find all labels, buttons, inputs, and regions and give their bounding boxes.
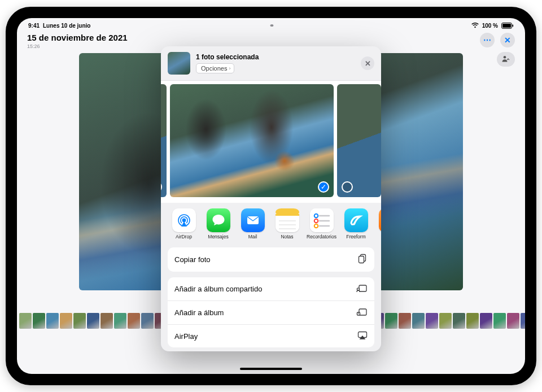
share-app-mail[interactable]: Mail [238, 208, 268, 239]
share-app-notas[interactable]: Notas [272, 208, 302, 239]
close-icon: ✕ [504, 36, 511, 45]
svg-rect-24 [359, 285, 366, 291]
share-sheet-title: 1 foto seleccionada [196, 53, 259, 61]
person-icon [502, 55, 510, 64]
thumbnail[interactable] [399, 313, 411, 329]
ipad-frame: 9:41 Lunes 10 de junio ••• 100 % 15 de n… [6, 7, 536, 385]
share-action-add-album[interactable]: Añadir a álbum [168, 300, 374, 324]
airdrop-icon [172, 208, 196, 232]
share-app-recordatorios[interactable]: Recordatorios [307, 208, 336, 239]
thumbnail[interactable] [46, 313, 59, 329]
airplay-icon [357, 331, 368, 341]
share-app-label: Mensajes [208, 234, 228, 239]
thumbnail[interactable] [33, 313, 45, 329]
svg-point-25 [357, 288, 359, 290]
share-preview-next[interactable] [337, 84, 381, 197]
svg-rect-1 [502, 24, 511, 28]
notas-icon [276, 208, 299, 232]
share-action-airplay[interactable]: AirPlay [168, 324, 374, 347]
thumbnail[interactable] [60, 313, 72, 329]
share-action-label: Añadir a álbum [174, 308, 224, 317]
share-app-label: Recordatorios [307, 234, 336, 239]
ellipsis-icon: ⋯ [483, 36, 491, 45]
share-app-freeform[interactable]: Freeform [341, 208, 371, 239]
thumbnail[interactable] [73, 313, 86, 329]
share-action-group: Añadir a álbum compartidoAñadir a álbumA… [168, 277, 374, 347]
thumbnail[interactable] [141, 313, 154, 329]
share-app-label: Notas [281, 234, 293, 239]
more-icon [379, 208, 382, 232]
thumbnail[interactable] [480, 313, 492, 329]
share-action-label: Copiar foto [174, 255, 211, 264]
status-time: 9:41 [28, 23, 40, 29]
share-app-mensajes[interactable]: Mensajes [203, 208, 233, 239]
checkmark-icon: ✓ [321, 183, 326, 191]
share-app-label: AirDrop [176, 234, 192, 239]
share-action-copy-photo[interactable]: Copiar foto [168, 247, 374, 272]
doc-on-doc-icon [357, 254, 368, 265]
thumbnail[interactable] [493, 313, 506, 329]
mail-icon [241, 208, 265, 232]
share-preview-selected[interactable]: ✓ [170, 84, 334, 197]
thumbnail[interactable] [114, 313, 126, 329]
share-action-label: AirPlay [174, 332, 198, 341]
close-photo-button[interactable]: ✕ [500, 33, 515, 47]
svg-rect-2 [513, 24, 514, 27]
thumbnail[interactable] [385, 313, 397, 329]
selection-toggle[interactable] [161, 181, 162, 193]
shared-album-icon [356, 284, 368, 294]
freeform-icon [344, 208, 368, 232]
mensajes-icon [207, 208, 230, 232]
chevron-right-icon: › [229, 66, 230, 71]
home-indicator[interactable] [240, 368, 302, 370]
thumbnail[interactable] [100, 313, 113, 329]
share-sheet-thumbnail [168, 52, 190, 75]
share-app-label: Freeform [346, 234, 365, 239]
battery-pct: 100 % [482, 23, 498, 29]
svg-point-3 [504, 55, 506, 58]
thumbnail[interactable] [426, 313, 438, 329]
share-sheet: 1 foto seleccionada Opciones › ✕ ✓ [161, 46, 381, 351]
share-sheet-close-button[interactable]: ✕ [361, 56, 374, 70]
people-button[interactable] [497, 52, 515, 67]
thumbnail[interactable] [507, 313, 519, 329]
wifi-icon [471, 23, 479, 28]
page-subtitle: 15:26 [27, 43, 128, 49]
recordatorios-icon [310, 208, 334, 232]
share-action-label: Añadir a álbum compartido [174, 285, 262, 293]
album-icon [356, 307, 368, 318]
share-app-more[interactable]: L [375, 208, 381, 239]
share-options-button[interactable]: Opciones › [196, 63, 234, 73]
selection-toggle[interactable]: ✓ [318, 181, 329, 193]
screen: 9:41 Lunes 10 de junio ••• 100 % 15 de n… [17, 18, 525, 374]
share-actions: Copiar fotoAñadir a álbum compartidoAñad… [168, 247, 374, 347]
thumbnail[interactable] [412, 313, 425, 329]
status-date: Lunes 10 de junio [43, 23, 90, 29]
status-bar: 9:41 Lunes 10 de junio ••• 100 % [17, 20, 525, 31]
battery-icon [501, 23, 514, 29]
thumbnail[interactable] [87, 313, 99, 329]
share-action-group: Copiar foto [168, 247, 374, 272]
share-app-airdrop[interactable]: AirDrop [169, 208, 199, 239]
svg-rect-11 [276, 214, 299, 216]
thumbnail[interactable] [521, 313, 525, 329]
thumbnail[interactable] [439, 313, 452, 329]
share-apps-row[interactable]: AirDropMensajesMailNotasRecordatoriosFre… [161, 203, 381, 243]
more-button[interactable]: ⋯ [480, 33, 495, 47]
svg-point-6 [182, 219, 185, 221]
thumbnail[interactable] [19, 313, 32, 329]
share-preview-prev[interactable] [161, 84, 167, 197]
share-preview-row[interactable]: ✓ [161, 81, 381, 203]
svg-rect-23 [359, 256, 364, 263]
share-options-label: Opciones [201, 65, 227, 72]
share-action-add-shared-album[interactable]: Añadir a álbum compartido [168, 277, 374, 300]
share-sheet-header: 1 foto seleccionada Opciones › ✕ [161, 46, 381, 81]
share-app-label: Mail [248, 234, 257, 239]
page-title: 15 de noviembre de 2021 [27, 33, 128, 42]
thumbnail[interactable] [128, 313, 140, 329]
close-icon: ✕ [365, 59, 371, 68]
thumbnail[interactable] [453, 313, 465, 329]
selection-toggle[interactable] [342, 181, 353, 193]
thumbnail[interactable] [466, 313, 479, 329]
